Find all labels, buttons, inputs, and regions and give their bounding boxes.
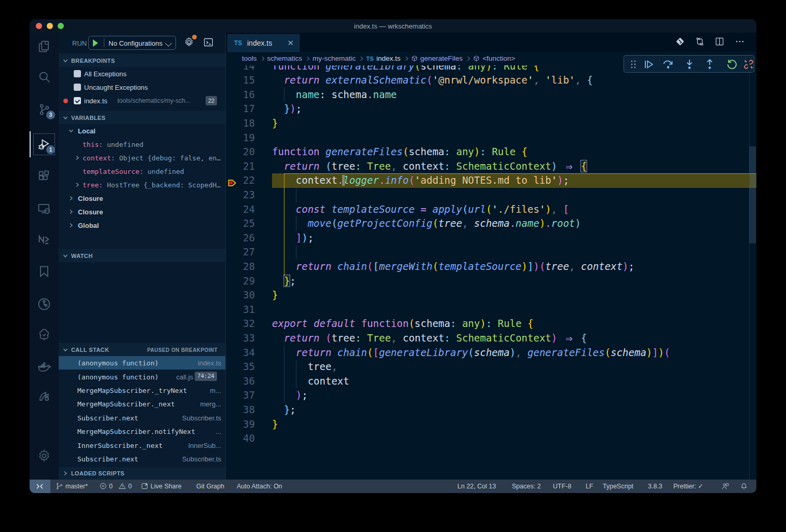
status-item-ln-22-col-13[interactable]: Ln 22, Col 13 [457, 480, 496, 493]
checkbox-checked[interactable] [74, 97, 81, 104]
scope-row-global[interactable]: Global [59, 219, 225, 232]
git-diamond-button[interactable] [675, 36, 685, 49]
status-item-feedback[interactable] [721, 480, 731, 493]
call-stack-frame[interactable]: InnerSubscriber._nextInnerSub... [59, 438, 225, 452]
activity-bar-item-explorer[interactable] [30, 32, 59, 61]
call-stack-frame[interactable]: MergeMapSubscriber._tryNextm... [59, 384, 225, 397]
activity-bar-item-remote-explorer[interactable] [30, 194, 59, 223]
activity-bar-item-settings-gear[interactable] [30, 441, 59, 470]
scope-row-closure[interactable]: Closure [59, 205, 225, 219]
breakpoint-row[interactable]: Uncaught Exceptions [59, 80, 225, 94]
start-debug-icon[interactable] [93, 39, 98, 47]
code-editor[interactable]: 14function generateLibrary(schema: any):… [226, 65, 756, 480]
restart-button[interactable] [726, 58, 738, 71]
status-item-spaces-2[interactable]: Spaces: 2 [512, 480, 541, 493]
code-text: export default function(schema: any): Ru… [272, 317, 534, 331]
line-number: 19 [226, 131, 255, 145]
checkbox-unchecked[interactable] [74, 70, 81, 77]
chevron-right-icon[interactable] [75, 155, 80, 160]
section-header-loaded-scripts[interactable]: LOADED SCRIPTS [59, 467, 225, 480]
status-item-git-graph[interactable]: Git Graph [196, 480, 224, 493]
call-stack-frame[interactable]: MergeMapSubscriber.notifyNext... [59, 425, 225, 438]
call-stack-frame[interactable]: (anonymous function)call.js74:24 [59, 370, 225, 383]
disconnect-button[interactable] [742, 58, 755, 71]
call-stack-frame[interactable]: Subscriber.nextSubscriber.ts [59, 411, 225, 425]
breadcrumb-item[interactable]: my-schematic [313, 54, 356, 62]
status-item-master-[interactable]: master* [56, 480, 88, 493]
activity-bar-item-run-debug[interactable]: 1 [30, 130, 59, 159]
section-header-breakpoints[interactable]: BREAKPOINTS [59, 53, 225, 67]
status-item-prettier-[interactable]: Prettier: ✓ [673, 480, 703, 493]
breakpoint-row[interactable]: All Exceptions [59, 67, 225, 80]
remote-indicator[interactable] [30, 480, 50, 493]
scrollbar-thumb[interactable] [749, 146, 756, 243]
variable-row-templateSource[interactable]: templateSource: undefined [59, 165, 225, 178]
status-item-bell[interactable] [740, 480, 750, 493]
section-header-variables[interactable]: VARIABLES [59, 111, 225, 124]
activity-bar-item-nx-console[interactable] [30, 225, 59, 254]
variable-value: HostTree {_backend: ScopedH… [103, 181, 221, 189]
breadcrumb-item[interactable]: TSindex.ts [366, 54, 400, 62]
checkbox-unchecked[interactable] [74, 84, 81, 91]
activity-bar-item-todo-tree[interactable] [30, 320, 59, 349]
call-stack-frame[interactable]: (anonymous function)index.ts [59, 356, 225, 370]
breadcrumb-item[interactable]: tools [242, 54, 257, 62]
frame-function: (anonymous function) [77, 373, 159, 380]
breadcrumb-separator-icon [403, 57, 408, 61]
activity-bar-item-extensions[interactable] [30, 162, 59, 191]
step-out-button[interactable] [703, 58, 716, 71]
breadcrumb-item[interactable]: generateFiles [411, 54, 463, 62]
status-item-utf-8[interactable]: UTF-8 [553, 480, 571, 493]
call-stack-frame[interactable]: Subscriber.nextSubscriber.ts [59, 452, 225, 466]
close-tab-icon[interactable]: ✕ [287, 38, 294, 48]
split-editor-button[interactable] [714, 36, 725, 49]
line-number: 23 [226, 188, 255, 202]
scope-label: Global [78, 222, 99, 229]
compare-changes-button[interactable] [695, 36, 705, 49]
step-over-button[interactable] [662, 58, 674, 71]
live-share-icon [141, 483, 151, 490]
chevron-right-icon[interactable] [69, 223, 74, 228]
status-item-typescript[interactable]: TypeScript [603, 480, 633, 493]
scope-row-closure[interactable]: Closure [59, 192, 225, 205]
step-into-button[interactable] [683, 58, 696, 71]
section-header-call-stack[interactable]: CALL STACKPAUSED ON BREAKPOINT [59, 343, 225, 356]
more-actions-button[interactable] [735, 36, 745, 49]
variable-row-tree[interactable]: tree: HostTree {_backend: ScopedH… [59, 178, 225, 192]
activity-bar-item-git-graph[interactable] [30, 290, 59, 319]
chevron-right-icon[interactable] [69, 196, 74, 201]
run-label: RUN [72, 39, 87, 47]
tab-index-ts[interactable]: TS index.ts ✕ [227, 34, 300, 52]
chevron-down-icon[interactable] [69, 128, 74, 133]
breadcrumb-label: generateFiles [421, 54, 463, 62]
activity-bar-item-search[interactable] [30, 63, 59, 92]
status-item-lf[interactable]: LF [586, 480, 593, 493]
status-item-0[interactable]: 0 [99, 480, 113, 493]
status-item-3-8-3[interactable]: 3.8.3 [648, 480, 662, 493]
code-line-15: 15 return externalSchematic('@nrwl/works… [226, 73, 756, 88]
configure-gear-icon[interactable] [183, 36, 196, 49]
code-line-18: 18} [226, 116, 756, 131]
drag-dots-button[interactable] [627, 58, 640, 71]
section-header-watch[interactable]: WATCH [59, 249, 225, 262]
variable-row-context[interactable]: context: Object {debug: false, en… [59, 151, 225, 165]
breadcrumb-item[interactable]: <function> [473, 54, 515, 62]
status-item-auto-attach-on[interactable]: Auto Attach: On [237, 480, 282, 493]
breadcrumb-item[interactable]: schematics [267, 54, 303, 62]
activity-bar-item-docker[interactable] [30, 352, 59, 381]
chevron-right-icon[interactable] [69, 209, 74, 214]
status-item-0[interactable]: 0 [118, 480, 132, 493]
activity-bar-item-source-control[interactable]: 3 [30, 95, 59, 124]
continue-button[interactable] [642, 58, 655, 71]
code-line-26: 26 ]); [226, 231, 756, 245]
activity-bar-item-code-runner[interactable] [30, 381, 59, 411]
launch-configuration-dropdown[interactable]: No Configurations [88, 36, 176, 50]
activity-bar-item-bookmarks[interactable] [30, 257, 59, 286]
variable-row-this[interactable]: this: undefined [59, 138, 225, 151]
call-stack-frame[interactable]: MergeMapSubscriber._nextmerg... [59, 397, 225, 411]
status-item-live-share[interactable]: Live Share [141, 480, 182, 493]
scope-row-local[interactable]: Local [59, 124, 225, 138]
chevron-right-icon[interactable] [75, 182, 80, 187]
breakpoint-row[interactable]: index.tstools/schematics/my-sch...22 [59, 94, 225, 107]
debug-console-icon[interactable] [203, 37, 214, 48]
